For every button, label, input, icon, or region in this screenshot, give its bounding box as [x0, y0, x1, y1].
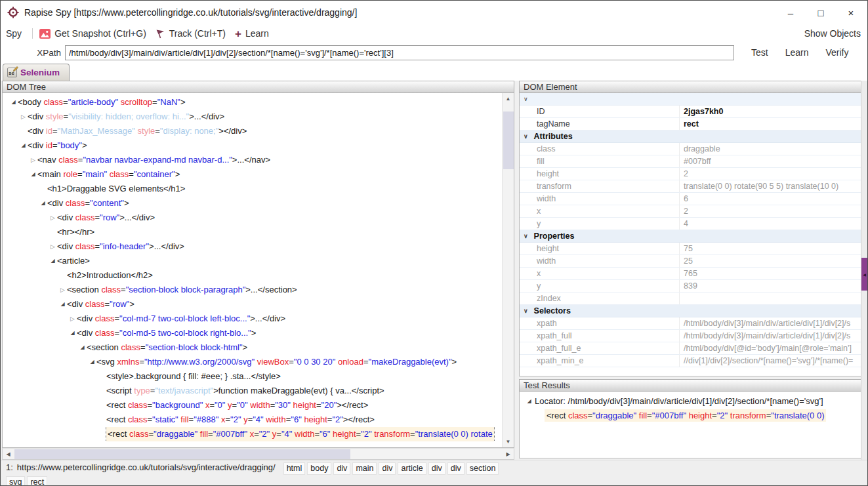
- tree-expander-icon[interactable]: ▷: [29, 153, 37, 167]
- tree-expander-icon[interactable]: ◢: [19, 138, 28, 153]
- grid-prop-fill[interactable]: fill#007bff: [520, 155, 861, 168]
- dom-path-crumb[interactable]: section: [466, 462, 499, 475]
- dom-tree-node[interactable]: ◢<article>: [3, 254, 502, 268]
- grid-prop-y[interactable]: y4: [520, 218, 861, 230]
- verify-button[interactable]: Verify: [826, 47, 849, 58]
- tree-expander-icon[interactable]: ◢: [29, 167, 37, 182]
- syntax-token: <rect: [106, 415, 128, 424]
- dom-tree-node[interactable]: ◢<main role="main" class="container">: [3, 167, 502, 182]
- dom-tree-node[interactable]: <rect class="draggable" fill="#007bff" x…: [3, 427, 502, 441]
- dom-path-crumb[interactable]: div: [447, 462, 465, 475]
- dom-path-crumb[interactable]: div: [333, 462, 350, 475]
- dom-tree-node[interactable]: ◢<section class="section-block block-htm…: [3, 340, 502, 355]
- grid-prop-width[interactable]: width25: [520, 255, 861, 268]
- locator-row[interactable]: ◢ Locator: /html/body/div[3]/main/div/ar…: [520, 392, 861, 406]
- tab-selenium[interactable]: se Selenium: [3, 64, 70, 81]
- get-snapshot-button[interactable]: Get Snapshot (Ctrl+G): [39, 28, 146, 39]
- tree-expander-icon[interactable]: ◢: [39, 196, 47, 211]
- grid-prop-xpath_full_e[interactable]: xpath_full_e/html/body/div[@id='body']/m…: [520, 342, 861, 355]
- tree-expander-icon[interactable]: ◢: [68, 326, 77, 340]
- dom-path-crumb[interactable]: rect: [27, 476, 47, 485]
- tree-expander-icon[interactable]: ▷: [58, 283, 67, 297]
- learn-xpath-button[interactable]: Learn: [785, 47, 809, 58]
- grid-prop-transform[interactable]: transformtranslate(0 0) rotate(90 5 5) t…: [520, 180, 861, 193]
- dom-tree-node[interactable]: <script type="text/javascript">function …: [3, 384, 502, 398]
- dom-path-crumb[interactable]: main: [352, 462, 377, 475]
- vertical-scroll-thumb[interactable]: [503, 111, 514, 169]
- close-button[interactable]: ×: [836, 1, 866, 24]
- dom-path-crumb[interactable]: body: [307, 462, 331, 475]
- grid-prop-zIndex[interactable]: zIndex: [520, 293, 861, 305]
- grid-prop-x[interactable]: x765: [520, 268, 861, 280]
- maximize-button[interactable]: □: [806, 1, 836, 24]
- grid-prop-xpath_min_e[interactable]: xpath_min_e//div[1]/div[2]/section/*[nam…: [520, 355, 861, 367]
- prop-value: 75: [680, 244, 861, 253]
- dom-path-crumb[interactable]: svg: [6, 476, 25, 485]
- test-button[interactable]: Test: [751, 47, 768, 58]
- splitter-handle[interactable]: ◀: [861, 258, 867, 291]
- dom-tree-node[interactable]: ◢<div class="row">: [3, 297, 502, 312]
- grid-prop-class[interactable]: classdraggable: [520, 143, 861, 155]
- dom-path-crumb[interactable]: div: [379, 462, 396, 475]
- scroll-down-icon[interactable]: ▼: [503, 436, 514, 447]
- section-header-attributes[interactable]: ∨Attributes: [520, 131, 861, 143]
- spy-button[interactable]: Spy: [6, 28, 22, 39]
- tree-expander-icon[interactable]: ▷: [49, 211, 57, 225]
- grid-prop-height[interactable]: height75: [520, 243, 861, 255]
- grid-prop-width[interactable]: width6: [520, 193, 861, 205]
- learn-button[interactable]: + Learn: [235, 28, 269, 39]
- dom-tree-node[interactable]: <h2>Introduction</h2>: [3, 268, 502, 283]
- tree-expander-icon[interactable]: ▷: [19, 110, 28, 124]
- tree-expander-icon[interactable]: ▷: [68, 312, 77, 326]
- dom-tree-node[interactable]: ▷<div class="row">...</div>: [3, 211, 502, 225]
- dom-tree-node[interactable]: ▷<div style="visibility: hidden; overflo…: [3, 110, 502, 124]
- dom-tree-node[interactable]: ◢<div class="content">: [3, 196, 502, 211]
- grid-prop-tagName[interactable]: tagNamerect: [520, 118, 861, 131]
- dom-tree-node[interactable]: <style>.background { fill: #eee; } .sta.…: [3, 369, 502, 384]
- dom-tree-node[interactable]: ◢<body class="article-body" scrolltop="N…: [3, 95, 502, 110]
- dom-tree-node[interactable]: ◢<svg xmlns="http://www.w3.org/2000/svg"…: [3, 355, 502, 369]
- scroll-left-icon[interactable]: ◀: [3, 449, 14, 460]
- tree-expander-icon[interactable]: ◢: [78, 340, 87, 355]
- grid-root-expander[interactable]: ∨: [520, 93, 861, 106]
- grid-prop-height[interactable]: height2: [520, 168, 861, 180]
- dom-tree-node[interactable]: ◢<div id="body">: [3, 138, 502, 153]
- vertical-scrollbar[interactable]: ▲ ▼: [502, 93, 514, 447]
- grid-prop-y[interactable]: y839: [520, 280, 861, 293]
- minimize-button[interactable]: –: [775, 1, 806, 24]
- section-header-selectors[interactable]: ∨Selectors: [520, 305, 861, 317]
- dom-tree-node[interactable]: <h1>Draggable SVG elements</h1>: [3, 182, 502, 196]
- horizontal-scroll-thumb[interactable]: [14, 449, 350, 459]
- result-line[interactable]: <rect class="draggable" fill="#007bff" h…: [545, 409, 826, 422]
- dom-path-crumb[interactable]: article: [398, 462, 426, 475]
- dom-tree-node[interactable]: ◢<div class="col-md-5 two-col-block righ…: [3, 326, 502, 340]
- dom-tree-node[interactable]: ▷<section class="section-block block-par…: [3, 283, 502, 297]
- dom-tree-node[interactable]: <rect class="static" fill="#888" x="2" y…: [3, 413, 502, 427]
- dom-tree-node[interactable]: ▷<div class="info-header">...</div>: [3, 239, 502, 254]
- tree-expander-icon[interactable]: ◢: [58, 297, 67, 312]
- dom-path-crumb[interactable]: html: [283, 462, 306, 475]
- show-objects-button[interactable]: Show Objects: [804, 28, 861, 39]
- scroll-right-icon[interactable]: ▶: [503, 449, 514, 460]
- grid-prop-ID[interactable]: ID2jgas7kh0: [520, 106, 861, 118]
- horizontal-scrollbar[interactable]: ◀ ▶: [2, 448, 514, 460]
- tree-expander-icon[interactable]: ◢: [49, 254, 57, 268]
- dom-tree-node[interactable]: ▷<div class="col-md-7 two-col-block left…: [3, 312, 502, 326]
- dom-tree-node[interactable]: <rect class="background" x="0" y="0" wid…: [3, 398, 502, 413]
- dom-tree-node[interactable]: <hr></hr>: [3, 225, 502, 239]
- grid-prop-xpath[interactable]: xpath/html/body/div[3]/main/div/article/…: [520, 317, 861, 330]
- locator-expander-icon[interactable]: ◢: [525, 398, 533, 404]
- tree-expander-icon[interactable]: ◢: [88, 355, 96, 369]
- dom-tree-node[interactable]: ▷<nav class="navbar navbar-expand-md nav…: [3, 153, 502, 167]
- track-button[interactable]: Track (Ctrl+T): [155, 28, 226, 39]
- grid-prop-x[interactable]: x2: [520, 205, 861, 218]
- section-header-properties[interactable]: ∨Properties: [520, 230, 861, 243]
- dom-path-crumb[interactable]: div: [428, 462, 445, 475]
- dom-tree-node[interactable]: <div id="MathJax_Message" style="display…: [3, 124, 502, 138]
- scroll-up-icon[interactable]: ▲: [503, 93, 514, 104]
- tree-expander-icon[interactable]: ▷: [49, 239, 57, 254]
- xpath-input[interactable]: [65, 45, 734, 60]
- grid-prop-xpath_full[interactable]: xpath_full/html/body/div[3]/main/div/art…: [520, 330, 861, 342]
- status-url[interactable]: https://www.petercollingridge.co.uk/tuto…: [17, 462, 276, 472]
- tree-expander-icon[interactable]: ◢: [9, 95, 18, 110]
